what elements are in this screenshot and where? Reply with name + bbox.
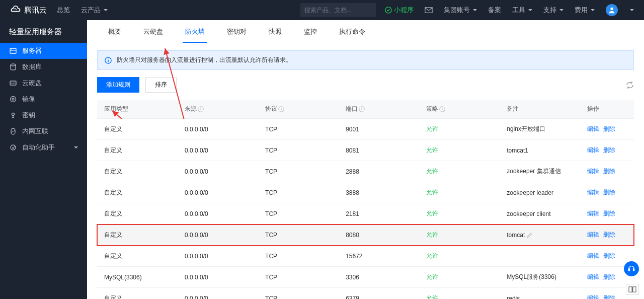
add-rule-button[interactable]: 添加规则 — [97, 77, 139, 93]
cell-remark — [500, 246, 580, 267]
cell-source: 0.0.0.0/0 — [178, 161, 258, 182]
cell-remark: tomcat — [500, 225, 580, 246]
cell-app-type: 自定义 — [97, 182, 178, 203]
sidebar-item-1[interactable]: 数据库 — [0, 59, 87, 75]
cell-policy: 允许 — [419, 288, 500, 300]
nav-cost[interactable]: 费用 — [575, 6, 595, 15]
chevron-down-icon — [74, 146, 78, 148]
delete-link[interactable]: 删除 — [603, 125, 615, 132]
table-row: 自定义 0.0.0.0/0 TCP 15672 允许 编辑删除 — [97, 246, 634, 267]
delete-link[interactable]: 删除 — [603, 168, 615, 175]
delete-link[interactable]: 删除 — [603, 189, 615, 196]
delete-link[interactable]: 删除 — [603, 294, 615, 299]
sidebar-item-0[interactable]: 服务器 — [0, 43, 87, 59]
cell-remark: MySQL服务(3306) — [500, 267, 580, 288]
edit-link[interactable]: 编辑 — [587, 168, 599, 175]
table-row: 自定义 0.0.0.0/0 TCP 2888 允许 zookeeper 集群通信… — [97, 161, 634, 182]
edit-link[interactable]: 编辑 — [587, 231, 599, 238]
tab-4[interactable]: 快照 — [258, 20, 293, 43]
cell-remark: tomcat1 — [500, 140, 580, 161]
edit-link[interactable]: 编辑 — [587, 146, 599, 154]
nav-tools[interactable]: 工具 — [512, 6, 532, 15]
search-input[interactable] — [304, 7, 380, 14]
brand-text: 腾讯云 — [24, 6, 47, 15]
chevron-down-icon — [528, 9, 532, 11]
delete-link[interactable]: 删除 — [603, 146, 615, 154]
cell-port: 8080 — [339, 225, 419, 246]
tab-5[interactable]: 监控 — [293, 20, 328, 43]
docs-float-button[interactable] — [626, 284, 639, 295]
brand-logo[interactable]: 腾讯云 — [10, 6, 47, 15]
headset-icon — [627, 264, 636, 273]
edit-link[interactable]: 编辑 — [587, 252, 599, 259]
sidebar-label: 镜像 — [22, 95, 35, 104]
th-remark: 备注 — [500, 100, 580, 119]
help-icon[interactable]: i — [359, 106, 365, 112]
tab-1[interactable]: 云硬盘 — [132, 20, 174, 43]
rules-table: 应用类型 来源i 协议i 端口i 策略i 备注 操作 自定义 0.0.0.0/0… — [97, 100, 634, 299]
table-row: MySQL(3306) 0.0.0.0/0 TCP 3306 允许 MySQL服… — [97, 267, 634, 288]
sidebar-label: 数据库 — [22, 62, 42, 71]
sidebar-icon — [9, 95, 17, 103]
help-icon[interactable]: i — [278, 106, 284, 112]
tabs-bar: 概要云硬盘防火墙密钥对快照监控执行命令 — [87, 20, 644, 43]
nav-mini-program[interactable]: 小程序 — [385, 6, 414, 15]
tab-2[interactable]: 防火墙 — [174, 20, 216, 43]
nav-group-account[interactable]: 集团账号 — [444, 6, 477, 15]
sidebar-item-5[interactable]: 内网互联 — [0, 123, 87, 139]
delete-link[interactable]: 删除 — [603, 252, 615, 259]
tab-6[interactable]: 执行命令 — [328, 20, 376, 43]
delete-link[interactable]: 删除 — [603, 210, 615, 217]
cell-source: 0.0.0.0/0 — [178, 288, 258, 300]
cell-remark: zookeeper client — [500, 203, 580, 225]
edit-link[interactable]: 编辑 — [587, 189, 599, 196]
edit-link[interactable]: 编辑 — [587, 273, 599, 280]
mail-icon[interactable] — [425, 7, 433, 14]
tab-3[interactable]: 密钥对 — [216, 20, 258, 43]
refresh-icon[interactable] — [626, 81, 634, 89]
cell-port: 2181 — [339, 203, 419, 225]
svg-rect-5 — [10, 48, 16, 53]
nav-products[interactable]: 云产品 — [81, 6, 108, 15]
cell-source: 0.0.0.0/0 — [178, 225, 258, 246]
th-source: 来源i — [178, 100, 258, 119]
edit-link[interactable]: 编辑 — [587, 210, 599, 217]
sidebar-item-3[interactable]: 镜像 — [0, 91, 87, 107]
help-icon[interactable]: i — [198, 106, 204, 112]
table-row: 自定义 0.0.0.0/0 TCP 2181 允许 zookeeper clie… — [97, 203, 634, 225]
edit-icon[interactable] — [527, 232, 533, 238]
cell-policy: 允许 — [419, 225, 500, 246]
cell-ops: 编辑删除 — [580, 203, 634, 225]
cell-app-type: 自定义 — [97, 246, 178, 267]
book-icon — [628, 286, 637, 293]
cell-source: 0.0.0.0/0 — [178, 267, 258, 288]
help-icon[interactable]: i — [439, 106, 445, 112]
search-container[interactable] — [300, 3, 376, 17]
cell-protocol: TCP — [258, 246, 339, 267]
nav-beian[interactable]: 备案 — [488, 6, 501, 15]
delete-link[interactable]: 删除 — [603, 231, 615, 238]
avatar-chevron-icon[interactable] — [630, 9, 634, 11]
tab-0[interactable]: 概要 — [97, 20, 132, 43]
svg-rect-28 — [628, 269, 630, 271]
th-ops: 操作 — [580, 100, 634, 119]
edit-link[interactable]: 编辑 — [587, 125, 599, 132]
edit-link[interactable]: 编辑 — [587, 294, 599, 299]
table-row: 自定义 0.0.0.0/0 TCP 8080 允许 tomcat 编辑删除 — [97, 225, 634, 246]
sidebar-item-6[interactable]: 自动化助手 — [0, 139, 87, 156]
delete-link[interactable]: 删除 — [603, 273, 615, 280]
sidebar-icon — [9, 63, 17, 71]
sidebar-item-4[interactable]: 密钥 — [0, 107, 87, 123]
help-float-button[interactable] — [624, 261, 639, 276]
chevron-down-icon — [473, 9, 477, 11]
nav-support[interactable]: 支持 — [543, 6, 564, 15]
chevron-down-icon — [559, 9, 564, 11]
svg-rect-3 — [425, 8, 432, 13]
sort-button[interactable]: 排序 — [145, 77, 177, 93]
sidebar-item-2[interactable]: 云硬盘 — [0, 75, 87, 91]
cell-protocol: TCP — [258, 119, 339, 140]
user-avatar[interactable] — [606, 4, 618, 16]
nav-overview[interactable]: 总览 — [57, 6, 70, 15]
sidebar-label: 内网互联 — [22, 127, 48, 136]
cell-app-type: 自定义 — [97, 225, 178, 246]
